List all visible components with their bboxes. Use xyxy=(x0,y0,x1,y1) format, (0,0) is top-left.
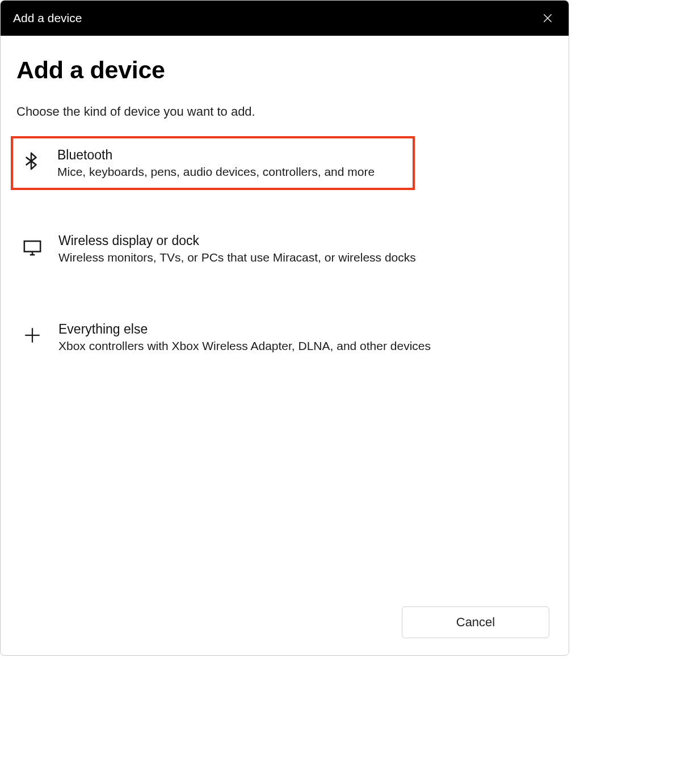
plus-icon xyxy=(20,323,45,348)
close-icon xyxy=(542,12,553,24)
device-type-list: Bluetooth Mice, keyboards, pens, audio d… xyxy=(16,136,553,398)
option-text: Everything else Xbox controllers with Xb… xyxy=(58,321,431,354)
option-bluetooth[interactable]: Bluetooth Mice, keyboards, pens, audio d… xyxy=(11,136,415,190)
monitor-icon xyxy=(20,234,45,259)
add-device-dialog: Add a device Add a device Choose the kin… xyxy=(0,0,569,656)
titlebar-title: Add a device xyxy=(13,11,82,25)
dialog-footer: Cancel xyxy=(16,606,553,655)
option-description: Wireless monitors, TVs, or PCs that use … xyxy=(58,250,416,265)
titlebar: Add a device xyxy=(1,1,569,36)
option-description: Xbox controllers with Xbox Wireless Adap… xyxy=(58,338,431,354)
page-subtitle: Choose the kind of device you want to ad… xyxy=(16,104,553,119)
option-title: Wireless display or dock xyxy=(58,233,416,248)
bluetooth-icon xyxy=(19,149,44,174)
page-title: Add a device xyxy=(16,56,553,84)
option-description: Mice, keyboards, pens, audio devices, co… xyxy=(57,164,375,180)
option-text: Bluetooth Mice, keyboards, pens, audio d… xyxy=(57,146,375,180)
option-title: Bluetooth xyxy=(57,147,375,163)
option-text: Wireless display or dock Wireless monito… xyxy=(58,232,416,265)
option-title: Everything else xyxy=(58,322,431,337)
option-everything-else[interactable]: Everything else Xbox controllers with Xb… xyxy=(16,310,553,364)
svg-rect-2 xyxy=(24,241,40,251)
option-wireless-display[interactable]: Wireless display or dock Wireless monito… xyxy=(16,222,553,276)
close-button[interactable] xyxy=(538,9,557,28)
dialog-content: Add a device Choose the kind of device y… xyxy=(1,36,569,655)
cancel-button[interactable]: Cancel xyxy=(402,606,549,638)
